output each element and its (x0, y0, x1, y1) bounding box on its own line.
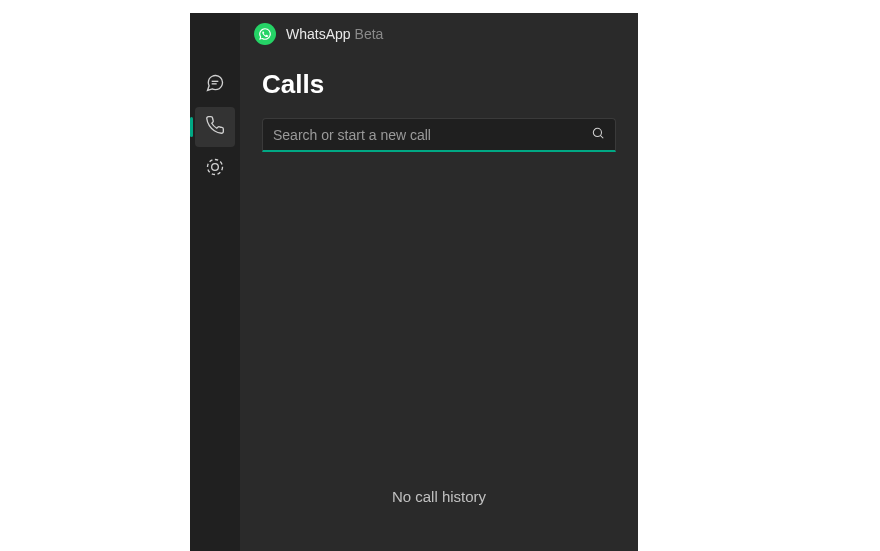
page-title: Calls (240, 55, 638, 110)
app-beta-label: Beta (355, 26, 384, 42)
svg-point-3 (208, 160, 223, 175)
search-input[interactable] (263, 119, 581, 150)
svg-line-5 (600, 135, 603, 138)
app-window: WhatsAppBeta Calls No call history (190, 13, 638, 551)
sidebar (190, 13, 240, 551)
search-box[interactable] (262, 118, 616, 152)
app-title-group: WhatsAppBeta (286, 25, 383, 43)
search-button[interactable] (581, 119, 615, 150)
svg-point-4 (593, 128, 601, 136)
sidebar-item-status[interactable] (195, 149, 235, 189)
phone-icon (205, 115, 225, 139)
app-name: WhatsApp (286, 26, 351, 42)
main-panel: WhatsAppBeta Calls No call history (240, 13, 638, 551)
app-header: WhatsAppBeta (240, 13, 638, 55)
sidebar-item-calls[interactable] (195, 107, 235, 147)
sidebar-item-chats[interactable] (195, 65, 235, 105)
status-icon (205, 157, 225, 181)
svg-point-2 (212, 164, 219, 171)
chat-icon (205, 73, 225, 97)
search-container (240, 110, 638, 152)
empty-state-message: No call history (240, 488, 638, 505)
search-icon (591, 126, 605, 143)
whatsapp-logo-icon (254, 23, 276, 45)
